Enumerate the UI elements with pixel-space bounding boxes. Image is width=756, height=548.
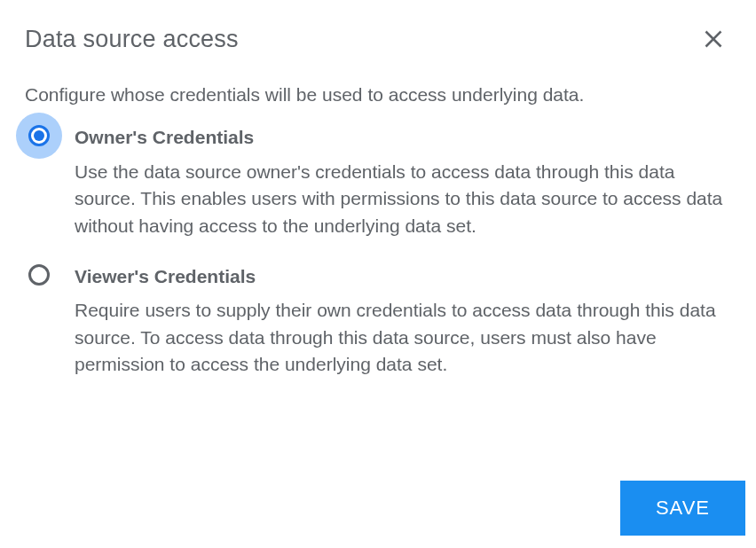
- dialog-footer: SAVE: [620, 481, 745, 536]
- radio-viewer[interactable]: [28, 264, 50, 286]
- option-viewer-description: Require users to supply their own creden…: [75, 297, 724, 378]
- radio-owner[interactable]: [28, 125, 50, 146]
- option-owner-description: Use the data source owner's credentials …: [75, 159, 724, 239]
- option-viewer: Viewer's Credentials Require users to su…: [25, 264, 731, 379]
- radio-wrap-owner: [25, 125, 75, 146]
- option-viewer-label: Viewer's Credentials: [75, 264, 724, 288]
- close-button[interactable]: [696, 21, 731, 57]
- option-owner-text: Owner's Credentials Use the data source …: [75, 125, 731, 239]
- option-viewer-text: Viewer's Credentials Require users to su…: [75, 264, 731, 379]
- option-owner: Owner's Credentials Use the data source …: [25, 125, 731, 239]
- option-owner-label: Owner's Credentials: [75, 125, 724, 149]
- save-button[interactable]: SAVE: [620, 481, 745, 536]
- close-icon: [702, 27, 725, 51]
- dialog-header: Data source access: [25, 21, 731, 57]
- dialog-description: Configure whose credentials will be used…: [25, 82, 731, 107]
- radio-wrap-viewer: [25, 264, 75, 286]
- dialog-title: Data source access: [25, 26, 239, 53]
